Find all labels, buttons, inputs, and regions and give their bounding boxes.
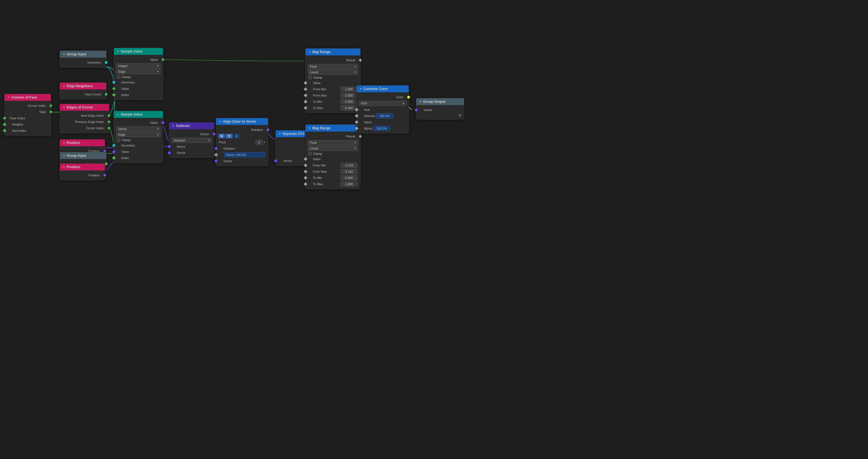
- sample-index-1-clamp-checkbox[interactable]: [117, 75, 120, 79]
- corner-index-output2: Corner Index: [60, 125, 109, 131]
- axis-x-button[interactable]: X: [218, 134, 225, 138]
- face-index-input: Face Index: [4, 115, 51, 121]
- mr1-clamp-checkbox[interactable]: [308, 76, 312, 79]
- si2-value-in-socket[interactable]: [113, 150, 115, 153]
- edges-of-corner-header: ▼ Edges of Corner: [60, 104, 109, 111]
- mr1-value-socket[interactable]: [304, 81, 308, 85]
- sample-index-1-clamp-row: Clamp: [114, 75, 163, 79]
- mr2-interp-dropdown[interactable]: Linear ▾: [308, 146, 358, 151]
- weights-socket[interactable]: [3, 122, 6, 126]
- sample-index-2-type-dropdown[interactable]: Vector ▾: [116, 126, 161, 131]
- align-euler-factor-value[interactable]: Factor 100.0%: [224, 152, 265, 157]
- mr2-to-min-value[interactable]: 0.000: [340, 175, 358, 180]
- sample-index-1-header: ▼ Sample Index: [114, 48, 163, 55]
- weights-input: Weights: [4, 121, 51, 127]
- mr1-interp-dropdown[interactable]: Linear ▾: [308, 69, 358, 75]
- geometry-output: Geometry: [60, 59, 106, 66]
- sample-index-1-geometry-input: Geometry: [114, 79, 163, 86]
- align-euler-node: ▼ Align Euler to Vector Rotation X Y Z P…: [216, 118, 268, 166]
- align-euler-factor-row: Factor 100.0%: [216, 152, 268, 158]
- position-2-title: Position: [67, 165, 80, 169]
- mr1-result-output: Result: [306, 57, 360, 63]
- subtract-vec2-input: Vector: [169, 150, 214, 156]
- combine-color-socket[interactable]: [407, 96, 410, 98]
- group-input-1-title: Group Input: [67, 52, 86, 56]
- si2-index-input: Index: [114, 155, 163, 161]
- edge-neighbors-title: Edge Neighbors: [67, 84, 93, 88]
- si1-geometry-socket[interactable]: [113, 81, 115, 84]
- align-euler-title: Align Euler to Vector: [223, 120, 256, 124]
- mr2-from-max-row: From Max 3.142: [306, 169, 360, 175]
- mr2-result-socket[interactable]: [359, 135, 362, 138]
- sample-index-2-clamp-checkbox[interactable]: [117, 138, 120, 142]
- combine-color-mode-dropdown[interactable]: HSV ▾: [359, 101, 406, 106]
- mr2-from-min-value[interactable]: -3.142: [340, 163, 358, 168]
- sort-index-socket[interactable]: [3, 129, 6, 133]
- subtract-node: ▼ Subtract Vector Subtract ▾ Vector Vect…: [169, 122, 214, 158]
- sample-index-1-title: Sample Index: [121, 50, 143, 53]
- sep-vector-socket[interactable]: [274, 159, 277, 162]
- corner-index-socket[interactable]: [50, 104, 52, 107]
- prev-edge-socket[interactable]: [107, 120, 111, 123]
- map-range-2-node: ▼ Map Range Result Float ▾ Linear ▾: [305, 124, 361, 189]
- mr1-clamp-row: Clamp: [306, 75, 360, 80]
- combine-alpha-value[interactable]: 100.0%: [373, 126, 390, 131]
- mr1-from-max-row: From Max 2.000: [306, 92, 360, 98]
- si2-value-out-socket[interactable]: [161, 121, 164, 124]
- ae-rotation-socket[interactable]: [215, 147, 217, 150]
- mr1-to-min-socket[interactable]: [304, 100, 308, 104]
- si1-index-socket[interactable]: [112, 93, 116, 97]
- si2-index-socket[interactable]: [112, 156, 116, 160]
- mr2-from-max-value[interactable]: 3.142: [340, 169, 358, 174]
- total-socket[interactable]: [50, 111, 52, 113]
- mr1-type-dropdown[interactable]: Float ▾: [308, 64, 358, 69]
- mr1-to-max-socket[interactable]: [304, 106, 308, 110]
- mr2-from-min-row: From Min -3.142: [306, 162, 360, 169]
- face-count-socket[interactable]: [105, 93, 107, 96]
- subtract-vec-out-socket[interactable]: [213, 133, 216, 135]
- sample-index-1-value-input: Value: [114, 86, 163, 92]
- mr2-from-max-socket[interactable]: [304, 170, 308, 174]
- subtract-operation-dropdown[interactable]: Subtract ▾: [172, 138, 212, 143]
- mr2-to-max-row: To Max 1.000: [306, 181, 360, 187]
- geometry-socket[interactable]: [105, 61, 107, 64]
- face-index-socket[interactable]: [3, 117, 6, 120]
- corner-index-socket2[interactable]: [107, 127, 111, 129]
- mr1-from-min-socket[interactable]: [304, 87, 308, 91]
- combine-val-socket[interactable]: [354, 120, 359, 124]
- subtract-vec1-socket[interactable]: [168, 145, 170, 148]
- go-extra-socket[interactable]: [459, 114, 461, 117]
- mr2-clamp-checkbox[interactable]: [308, 152, 312, 155]
- edges-of-corner-title: Edges of Corner: [67, 105, 93, 109]
- mr1-to-min-value[interactable]: 0.000: [340, 99, 358, 104]
- ae-vector-socket[interactable]: [215, 160, 217, 162]
- mr1-from-max-socket[interactable]: [304, 93, 308, 97]
- mr2-to-min-socket[interactable]: [304, 176, 308, 180]
- combine-sat-socket[interactable]: [354, 114, 359, 118]
- mr2-to-max-value[interactable]: 1.000: [340, 182, 358, 187]
- sample-index-2-title: Sample Index: [121, 113, 143, 117]
- next-edge-socket[interactable]: [107, 114, 111, 117]
- mr1-result-socket[interactable]: [359, 59, 362, 62]
- sample-index-1-type-dropdown[interactable]: Integer ▾: [116, 63, 161, 68]
- mr2-to-max-socket[interactable]: [304, 182, 308, 186]
- align-euler-rot-socket[interactable]: [267, 128, 270, 131]
- ae-factor-socket[interactable]: [214, 153, 218, 157]
- mr1-from-min-value[interactable]: 1.000: [340, 87, 358, 92]
- si2-geometry-socket[interactable]: [113, 144, 115, 147]
- prev-edge-output: Previous Edge Index: [60, 119, 109, 125]
- go-vector-socket[interactable]: [415, 109, 418, 111]
- mr2-type-dropdown[interactable]: Float ▾: [308, 140, 358, 145]
- subtract-vec2-socket[interactable]: [168, 151, 170, 154]
- axis-y-button[interactable]: Y: [226, 134, 232, 138]
- pivot-value[interactable]: Z: [255, 140, 262, 145]
- position-2-socket[interactable]: [103, 174, 106, 177]
- combine-color-title: Combine Color: [364, 87, 388, 91]
- sample-index-1-value-socket[interactable]: [161, 58, 164, 61]
- sample-index-2-domain-dropdown[interactable]: Edge ▾: [116, 132, 161, 137]
- si1-value-in-socket[interactable]: [113, 87, 115, 90]
- sample-index-1-domain-dropdown[interactable]: Edge ▾: [116, 69, 161, 74]
- mr1-from-max-value[interactable]: 2.000: [340, 93, 358, 98]
- axis-z-button[interactable]: Z: [234, 134, 240, 138]
- combine-sat-value[interactable]: 100.0%: [376, 113, 393, 118]
